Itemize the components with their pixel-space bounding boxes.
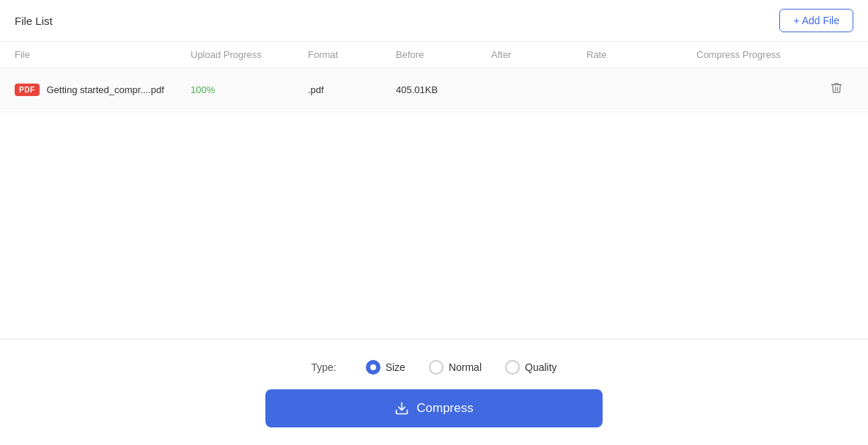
format-value: .pdf: [308, 84, 396, 95]
action-cell: [696, 78, 853, 101]
file-name: Getting started_compr....pdf: [47, 84, 164, 95]
radio-normal[interactable]: Normal: [429, 360, 482, 375]
col-compress-progress: Compress Progress: [696, 49, 853, 60]
before-value: 405.01KB: [396, 84, 491, 95]
pdf-badge: PDF: [15, 84, 40, 96]
type-row: Type: Size Normal Quality: [311, 360, 556, 375]
col-file: File: [15, 49, 191, 60]
bottom-panel: Type: Size Normal Quality Compress: [0, 339, 868, 445]
file-cell: PDF Getting started_compr....pdf: [15, 84, 191, 96]
table-row: PDF Getting started_compr....pdf 100% .p…: [0, 68, 868, 112]
radio-quality-label: Quality: [525, 361, 557, 373]
radio-size[interactable]: Size: [366, 360, 405, 375]
radio-size-label: Size: [386, 361, 405, 373]
radio-circle-normal: [429, 360, 444, 375]
file-list-title: File List: [15, 15, 53, 27]
delete-button[interactable]: [827, 78, 846, 101]
col-upload-progress: Upload Progress: [191, 49, 308, 60]
radio-circle-quality: [505, 360, 520, 375]
trash-icon: [830, 81, 843, 95]
col-format: Format: [308, 49, 396, 60]
col-before: Before: [396, 49, 491, 60]
add-file-button[interactable]: + Add File: [779, 9, 853, 32]
radio-circle-size: [366, 360, 380, 375]
compress-button[interactable]: Compress: [265, 389, 603, 427]
type-label: Type:: [311, 361, 336, 373]
file-table: File Upload Progress Format Before After…: [0, 42, 868, 112]
header: File List + Add File: [0, 0, 868, 42]
compress-button-label: Compress: [416, 401, 473, 416]
compress-icon: [394, 401, 409, 416]
upload-progress-value: 100%: [191, 84, 308, 95]
radio-quality[interactable]: Quality: [505, 360, 557, 375]
radio-normal-label: Normal: [449, 361, 482, 373]
col-rate: Rate: [586, 49, 696, 60]
col-after: After: [491, 49, 586, 60]
table-header-row: File Upload Progress Format Before After…: [0, 42, 868, 68]
